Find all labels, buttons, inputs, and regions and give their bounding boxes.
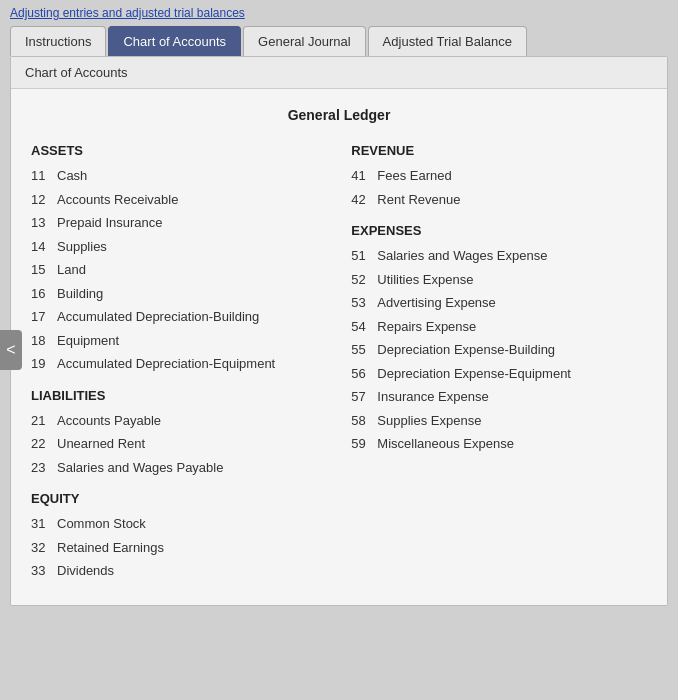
account-number: 42 xyxy=(351,190,377,210)
account-number: 52 xyxy=(351,270,377,290)
account-name: Depreciation Expense-Equipment xyxy=(377,364,571,384)
account-row: 33Dividends xyxy=(31,561,341,581)
breadcrumb-text: Adjusting entries and adjusted trial bal… xyxy=(10,6,245,20)
account-number: 31 xyxy=(31,514,57,534)
account-row: 13Prepaid Insurance xyxy=(31,213,341,233)
account-number: 19 xyxy=(31,354,57,374)
account-name: Salaries and Wages Payable xyxy=(57,458,223,478)
account-number: 21 xyxy=(31,411,57,431)
account-row: 11Cash xyxy=(31,166,341,186)
account-number: 12 xyxy=(31,190,57,210)
account-name: Equipment xyxy=(57,331,119,351)
tab-general-journal[interactable]: General Journal xyxy=(243,26,366,56)
equity-header: EQUITY xyxy=(31,491,341,506)
account-row: 54Repairs Expense xyxy=(351,317,647,337)
left-column: ASSETS 11Cash 12Accounts Receivable 13Pr… xyxy=(31,143,351,585)
account-number: 53 xyxy=(351,293,377,313)
account-name: Salaries and Wages Expense xyxy=(377,246,547,266)
account-name: Retained Earnings xyxy=(57,538,164,558)
expenses-header: EXPENSES xyxy=(351,223,647,238)
account-row: 58Supplies Expense xyxy=(351,411,647,431)
account-name: Accounts Payable xyxy=(57,411,161,431)
revenue-header: REVENUE xyxy=(351,143,647,158)
account-name: Insurance Expense xyxy=(377,387,488,407)
account-row: 19Accumulated Depreciation-Equipment xyxy=(31,354,341,374)
account-row: 56Depreciation Expense-Equipment xyxy=(351,364,647,384)
account-number: 54 xyxy=(351,317,377,337)
tab-adjusted-trial-balance[interactable]: Adjusted Trial Balance xyxy=(368,26,527,56)
account-name: Supplies Expense xyxy=(377,411,481,431)
account-number: 55 xyxy=(351,340,377,360)
account-number: 17 xyxy=(31,307,57,327)
account-name: Cash xyxy=(57,166,87,186)
account-number: 14 xyxy=(31,237,57,257)
arrow-icon: < xyxy=(6,341,15,359)
account-name: Fees Earned xyxy=(377,166,451,186)
tabs-bar: Instructions Chart of Accounts General J… xyxy=(0,20,678,56)
account-row: 57Insurance Expense xyxy=(351,387,647,407)
account-name: Unearned Rent xyxy=(57,434,145,454)
assets-header: ASSETS xyxy=(31,143,341,158)
account-row: 42Rent Revenue xyxy=(351,190,647,210)
tab-chart-of-accounts[interactable]: Chart of Accounts xyxy=(108,26,241,56)
account-name: Rent Revenue xyxy=(377,190,460,210)
account-row: 21Accounts Payable xyxy=(31,411,341,431)
account-name: Advertising Expense xyxy=(377,293,496,313)
account-number: 32 xyxy=(31,538,57,558)
account-name: Utilities Expense xyxy=(377,270,473,290)
account-number: 11 xyxy=(31,166,57,186)
top-bar: Adjusting entries and adjusted trial bal… xyxy=(0,0,678,20)
account-number: 23 xyxy=(31,458,57,478)
right-column: REVENUE 41Fees Earned 42Rent Revenue EXP… xyxy=(351,143,647,585)
account-number: 15 xyxy=(31,260,57,280)
card-body: General Ledger ASSETS 11Cash 12Accounts … xyxy=(11,89,667,605)
chart-of-accounts-card: Chart of Accounts General Ledger ASSETS … xyxy=(10,56,668,606)
account-name: Accounts Receivable xyxy=(57,190,178,210)
account-row: 55Depreciation Expense-Building xyxy=(351,340,647,360)
account-name: Prepaid Insurance xyxy=(57,213,163,233)
account-row: 53Advertising Expense xyxy=(351,293,647,313)
liabilities-header: LIABILITIES xyxy=(31,388,341,403)
account-row: 14Supplies xyxy=(31,237,341,257)
account-number: 57 xyxy=(351,387,377,407)
account-name: Depreciation Expense-Building xyxy=(377,340,555,360)
account-row: 41Fees Earned xyxy=(351,166,647,186)
account-row: 15Land xyxy=(31,260,341,280)
account-name: Repairs Expense xyxy=(377,317,476,337)
account-number: 16 xyxy=(31,284,57,304)
account-row: 31Common Stock xyxy=(31,514,341,534)
account-row: 12Accounts Receivable xyxy=(31,190,341,210)
account-row: 59Miscellaneous Expense xyxy=(351,434,647,454)
account-number: 33 xyxy=(31,561,57,581)
account-row: 32Retained Earnings xyxy=(31,538,341,558)
account-number: 58 xyxy=(351,411,377,431)
account-number: 13 xyxy=(31,213,57,233)
account-number: 18 xyxy=(31,331,57,351)
account-number: 59 xyxy=(351,434,377,454)
account-number: 51 xyxy=(351,246,377,266)
account-name: Supplies xyxy=(57,237,107,257)
account-name: Building xyxy=(57,284,103,304)
account-number: 56 xyxy=(351,364,377,384)
account-number: 22 xyxy=(31,434,57,454)
account-name: Dividends xyxy=(57,561,114,581)
account-row: 22Unearned Rent xyxy=(31,434,341,454)
main-container: Chart of Accounts General Ledger ASSETS … xyxy=(0,56,678,616)
account-name: Common Stock xyxy=(57,514,146,534)
columns: ASSETS 11Cash 12Accounts Receivable 13Pr… xyxy=(31,143,647,585)
account-row: 18Equipment xyxy=(31,331,341,351)
account-name: Accumulated Depreciation-Equipment xyxy=(57,354,275,374)
account-row: 23Salaries and Wages Payable xyxy=(31,458,341,478)
account-number: 41 xyxy=(351,166,377,186)
card-title: Chart of Accounts xyxy=(11,57,667,89)
account-row: 16Building xyxy=(31,284,341,304)
account-row: 17Accumulated Depreciation-Building xyxy=(31,307,341,327)
tab-instructions[interactable]: Instructions xyxy=(10,26,106,56)
account-name: Land xyxy=(57,260,86,280)
account-name: Miscellaneous Expense xyxy=(377,434,514,454)
account-row: 51Salaries and Wages Expense xyxy=(351,246,647,266)
account-name: Accumulated Depreciation-Building xyxy=(57,307,259,327)
general-ledger-title: General Ledger xyxy=(31,107,647,123)
nav-left-arrow[interactable]: < xyxy=(0,330,22,370)
account-row: 52Utilities Expense xyxy=(351,270,647,290)
